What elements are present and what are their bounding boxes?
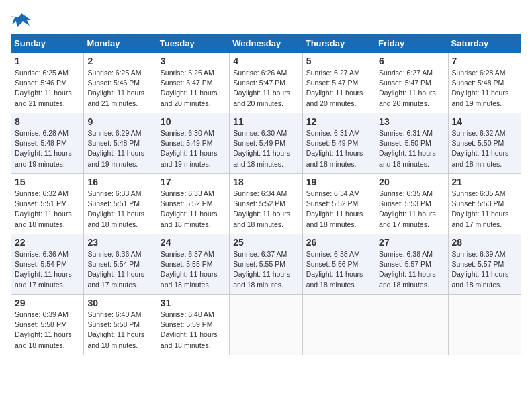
day-number: 1 bbox=[15, 56, 80, 66]
empty-cell bbox=[302, 295, 375, 355]
calendar-body: 1Sunrise: 6:25 AM Sunset: 5:46 PM Daylig… bbox=[11, 53, 521, 355]
day-info: Sunrise: 6:25 AM Sunset: 5:46 PM Dayligh… bbox=[87, 68, 152, 109]
calendar-day-cell: 2Sunrise: 6:25 AM Sunset: 5:46 PM Daylig… bbox=[84, 53, 157, 113]
day-info: Sunrise: 6:28 AM Sunset: 5:48 PM Dayligh… bbox=[15, 128, 80, 169]
calendar-day-cell: 26Sunrise: 6:38 AM Sunset: 5:56 PM Dayli… bbox=[302, 234, 375, 295]
calendar-week-row: 1Sunrise: 6:25 AM Sunset: 5:46 PM Daylig… bbox=[11, 53, 521, 113]
calendar-day-cell: 15Sunrise: 6:32 AM Sunset: 5:51 PM Dayli… bbox=[11, 174, 84, 234]
day-info: Sunrise: 6:39 AM Sunset: 5:58 PM Dayligh… bbox=[15, 310, 80, 351]
day-info: Sunrise: 6:36 AM Sunset: 5:54 PM Dayligh… bbox=[87, 249, 152, 290]
calendar-day-cell: 23Sunrise: 6:36 AM Sunset: 5:54 PM Dayli… bbox=[84, 234, 157, 295]
day-info: Sunrise: 6:26 AM Sunset: 5:47 PM Dayligh… bbox=[233, 68, 298, 109]
calendar-week-row: 22Sunrise: 6:36 AM Sunset: 5:54 PM Dayli… bbox=[11, 234, 521, 295]
calendar-day-cell: 22Sunrise: 6:36 AM Sunset: 5:54 PM Dayli… bbox=[11, 234, 84, 295]
day-number: 20 bbox=[379, 177, 444, 187]
day-number: 24 bbox=[161, 237, 226, 248]
calendar-day-cell: 4Sunrise: 6:26 AM Sunset: 5:47 PM Daylig… bbox=[230, 53, 302, 113]
weekday-header-wednesday: Wednesday bbox=[230, 34, 302, 53]
weekday-header-monday: Monday bbox=[84, 34, 157, 53]
calendar-day-cell: 25Sunrise: 6:37 AM Sunset: 5:55 PM Dayli… bbox=[230, 234, 302, 295]
calendar-day-cell: 30Sunrise: 6:40 AM Sunset: 5:58 PM Dayli… bbox=[84, 295, 157, 355]
weekday-header-sunday: Sunday bbox=[11, 34, 84, 53]
calendar-day-cell: 5Sunrise: 6:27 AM Sunset: 5:47 PM Daylig… bbox=[302, 53, 375, 113]
calendar-week-row: 29Sunrise: 6:39 AM Sunset: 5:58 PM Dayli… bbox=[11, 295, 521, 355]
day-number: 4 bbox=[233, 56, 298, 66]
weekday-header-thursday: Thursday bbox=[302, 34, 375, 53]
page-header bbox=[11, 11, 521, 30]
day-number: 8 bbox=[15, 116, 80, 127]
day-info: Sunrise: 6:38 AM Sunset: 5:56 PM Dayligh… bbox=[306, 249, 371, 290]
day-number: 30 bbox=[87, 298, 152, 308]
calendar-day-cell: 18Sunrise: 6:34 AM Sunset: 5:52 PM Dayli… bbox=[230, 174, 302, 234]
day-number: 5 bbox=[306, 56, 371, 66]
calendar-day-cell: 6Sunrise: 6:27 AM Sunset: 5:47 PM Daylig… bbox=[375, 53, 448, 113]
day-number: 22 bbox=[15, 237, 80, 248]
calendar-week-row: 15Sunrise: 6:32 AM Sunset: 5:51 PM Dayli… bbox=[11, 174, 521, 234]
day-info: Sunrise: 6:29 AM Sunset: 5:48 PM Dayligh… bbox=[87, 128, 152, 169]
empty-cell bbox=[448, 295, 521, 355]
day-number: 18 bbox=[233, 177, 298, 187]
calendar-day-cell: 8Sunrise: 6:28 AM Sunset: 5:48 PM Daylig… bbox=[11, 113, 84, 174]
calendar-header-row: SundayMondayTuesdayWednesdayThursdayFrid… bbox=[11, 34, 521, 53]
day-number: 6 bbox=[379, 56, 444, 66]
calendar-day-cell: 16Sunrise: 6:33 AM Sunset: 5:51 PM Dayli… bbox=[84, 174, 157, 234]
day-info: Sunrise: 6:34 AM Sunset: 5:52 PM Dayligh… bbox=[233, 189, 298, 230]
day-info: Sunrise: 6:40 AM Sunset: 5:58 PM Dayligh… bbox=[87, 310, 152, 351]
calendar-day-cell: 11Sunrise: 6:30 AM Sunset: 5:49 PM Dayli… bbox=[230, 113, 302, 174]
day-info: Sunrise: 6:35 AM Sunset: 5:53 PM Dayligh… bbox=[379, 189, 444, 230]
day-info: Sunrise: 6:25 AM Sunset: 5:46 PM Dayligh… bbox=[15, 68, 80, 109]
weekday-header-tuesday: Tuesday bbox=[157, 34, 229, 53]
day-number: 15 bbox=[15, 177, 80, 187]
day-info: Sunrise: 6:38 AM Sunset: 5:57 PM Dayligh… bbox=[379, 249, 444, 290]
day-number: 27 bbox=[379, 237, 444, 248]
day-info: Sunrise: 6:33 AM Sunset: 5:52 PM Dayligh… bbox=[161, 189, 226, 230]
day-number: 28 bbox=[452, 237, 517, 248]
day-info: Sunrise: 6:32 AM Sunset: 5:51 PM Dayligh… bbox=[15, 189, 80, 230]
logo bbox=[11, 11, 35, 30]
day-number: 31 bbox=[161, 298, 226, 308]
weekday-header-saturday: Saturday bbox=[448, 34, 521, 53]
day-info: Sunrise: 6:31 AM Sunset: 5:50 PM Dayligh… bbox=[379, 128, 444, 169]
day-info: Sunrise: 6:33 AM Sunset: 5:51 PM Dayligh… bbox=[87, 189, 152, 230]
day-number: 21 bbox=[452, 177, 517, 187]
day-info: Sunrise: 6:30 AM Sunset: 5:49 PM Dayligh… bbox=[161, 128, 226, 169]
calendar-day-cell: 3Sunrise: 6:26 AM Sunset: 5:47 PM Daylig… bbox=[157, 53, 229, 113]
day-info: Sunrise: 6:30 AM Sunset: 5:49 PM Dayligh… bbox=[233, 128, 298, 169]
calendar-day-cell: 20Sunrise: 6:35 AM Sunset: 5:53 PM Dayli… bbox=[375, 174, 448, 234]
day-number: 7 bbox=[452, 56, 517, 66]
day-info: Sunrise: 6:36 AM Sunset: 5:54 PM Dayligh… bbox=[15, 249, 80, 290]
day-info: Sunrise: 6:37 AM Sunset: 5:55 PM Dayligh… bbox=[233, 249, 298, 290]
svg-marker-0 bbox=[11, 13, 31, 27]
calendar-day-cell: 12Sunrise: 6:31 AM Sunset: 5:49 PM Dayli… bbox=[302, 113, 375, 174]
calendar-day-cell: 7Sunrise: 6:28 AM Sunset: 5:48 PM Daylig… bbox=[448, 53, 521, 113]
calendar-day-cell: 27Sunrise: 6:38 AM Sunset: 5:57 PM Dayli… bbox=[375, 234, 448, 295]
calendar-day-cell: 1Sunrise: 6:25 AM Sunset: 5:46 PM Daylig… bbox=[11, 53, 84, 113]
calendar-week-row: 8Sunrise: 6:28 AM Sunset: 5:48 PM Daylig… bbox=[11, 113, 521, 174]
day-info: Sunrise: 6:26 AM Sunset: 5:47 PM Dayligh… bbox=[161, 68, 226, 109]
day-info: Sunrise: 6:27 AM Sunset: 5:47 PM Dayligh… bbox=[306, 68, 371, 109]
day-info: Sunrise: 6:39 AM Sunset: 5:57 PM Dayligh… bbox=[452, 249, 517, 290]
day-number: 23 bbox=[87, 237, 152, 248]
day-number: 14 bbox=[452, 116, 517, 127]
day-info: Sunrise: 6:28 AM Sunset: 5:48 PM Dayligh… bbox=[452, 68, 517, 109]
day-number: 16 bbox=[87, 177, 152, 187]
day-info: Sunrise: 6:37 AM Sunset: 5:55 PM Dayligh… bbox=[161, 249, 226, 290]
day-number: 3 bbox=[161, 56, 226, 66]
day-number: 10 bbox=[161, 116, 226, 127]
day-number: 11 bbox=[233, 116, 298, 127]
day-number: 9 bbox=[87, 116, 152, 127]
calendar-day-cell: 13Sunrise: 6:31 AM Sunset: 5:50 PM Dayli… bbox=[375, 113, 448, 174]
day-number: 12 bbox=[306, 116, 371, 127]
calendar-day-cell: 19Sunrise: 6:34 AM Sunset: 5:52 PM Dayli… bbox=[302, 174, 375, 234]
day-number: 19 bbox=[306, 177, 371, 187]
calendar-day-cell: 17Sunrise: 6:33 AM Sunset: 5:52 PM Dayli… bbox=[157, 174, 229, 234]
day-number: 2 bbox=[87, 56, 152, 66]
empty-cell bbox=[230, 295, 302, 355]
weekday-header-friday: Friday bbox=[375, 34, 448, 53]
calendar-day-cell: 31Sunrise: 6:40 AM Sunset: 5:59 PM Dayli… bbox=[157, 295, 229, 355]
day-info: Sunrise: 6:34 AM Sunset: 5:52 PM Dayligh… bbox=[306, 189, 371, 230]
calendar-day-cell: 9Sunrise: 6:29 AM Sunset: 5:48 PM Daylig… bbox=[84, 113, 157, 174]
day-info: Sunrise: 6:35 AM Sunset: 5:53 PM Dayligh… bbox=[452, 189, 517, 230]
day-info: Sunrise: 6:32 AM Sunset: 5:50 PM Dayligh… bbox=[452, 128, 517, 169]
calendar-table: SundayMondayTuesdayWednesdayThursdayFrid… bbox=[11, 34, 521, 355]
